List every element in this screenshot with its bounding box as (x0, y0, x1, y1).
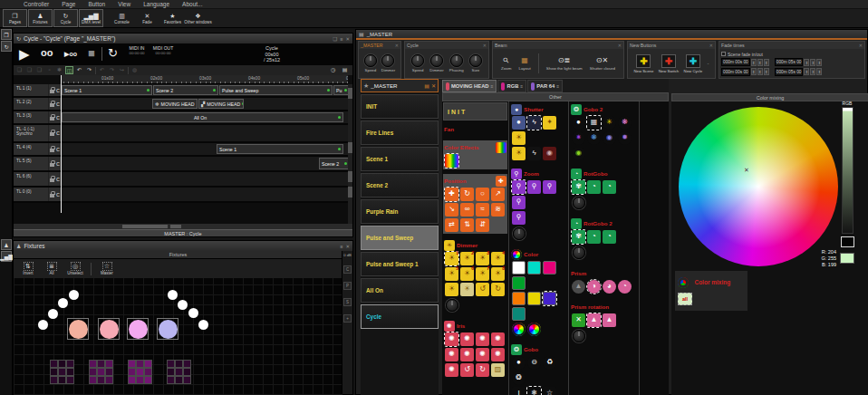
fixtures-window-titlebar[interactable]: ♟ Fixtures ≡✕ (14, 241, 352, 251)
lock-icon[interactable] (50, 163, 54, 167)
menu-icon[interactable]: ≡ (340, 36, 342, 42)
preset-icon[interactable]: ↺ (476, 283, 489, 296)
button-cycle[interactable]: Cycle (361, 304, 439, 329)
fixture-matrix[interactable] (128, 360, 152, 384)
clip[interactable]: Scene 1 (217, 144, 343, 154)
matrix-cell[interactable] (144, 368, 152, 376)
preset-icon[interactable]: ▨ (491, 363, 505, 377)
matrix-cell[interactable] (175, 368, 183, 376)
new-switch-button[interactable]: ✚New Switch (659, 54, 679, 73)
fixture-selected[interactable] (98, 318, 120, 340)
button-fire-lines[interactable]: Fire Lines (361, 120, 439, 145)
restore-icon[interactable]: ❏ (333, 36, 337, 42)
dropdown-dash[interactable]: - (708, 61, 709, 66)
matrix-cell[interactable] (58, 360, 66, 368)
lock-icon[interactable] (50, 194, 54, 198)
matrix-cell[interactable] (183, 360, 191, 368)
preset-icon[interactable]: ◉ (543, 147, 556, 160)
matrix-cell[interactable] (128, 368, 136, 376)
spinner-icon[interactable]: ⇕ (764, 68, 769, 75)
preset-icon[interactable]: ✾ (572, 230, 585, 244)
track-lane[interactable] (61, 172, 352, 186)
fixture-dot[interactable] (188, 308, 198, 318)
preset-icon[interactable]: ↻ (476, 363, 489, 377)
checkbox-icon[interactable] (721, 52, 726, 56)
track-lane[interactable]: Scene 1Scene 2Pulse and SweepPu (61, 84, 352, 96)
clip[interactable]: Pulse and Sweep (219, 85, 333, 95)
fixture-matrix[interactable] (89, 360, 113, 384)
menu-icon[interactable]: ≡ (340, 244, 342, 249)
tab-rgb[interactable]: RGB≡ (497, 80, 526, 92)
group-knob[interactable] (446, 299, 458, 312)
preset-icon[interactable]: ✺ (491, 348, 505, 361)
spinner-icon[interactable]: ⇕ (751, 59, 757, 66)
preset-icon[interactable]: ☀ (512, 147, 526, 160)
button-scene-2[interactable]: Scene 2 (361, 173, 439, 198)
lock-icon[interactable] (50, 103, 54, 107)
preset-icon[interactable]: ❋ (618, 116, 632, 130)
matrix-cell[interactable] (136, 368, 144, 376)
knob-dial[interactable] (411, 54, 424, 67)
track-lane[interactable] (61, 188, 352, 201)
preset-icon[interactable]: ◔ (603, 180, 616, 194)
compress-icon[interactable]: C (56, 101, 60, 107)
group-knob[interactable] (573, 246, 585, 259)
matrix-cell[interactable] (89, 368, 97, 376)
matrix-cell[interactable] (66, 360, 74, 368)
preset-icon[interactable]: ⊖ (527, 356, 541, 370)
button-purple-rain[interactable]: Purple Rain (361, 199, 439, 224)
side-button-c[interactable]: C (343, 265, 352, 274)
group-label[interactable]: Dimmer (457, 242, 477, 248)
preset-icon[interactable]: ▲ (572, 280, 585, 294)
preset-icon[interactable]: ♻ (543, 356, 556, 370)
preset-icon[interactable]: ϟ (527, 147, 541, 160)
button-all-on[interactable]: All On (361, 278, 439, 303)
matrix-cell[interactable] (66, 376, 74, 384)
close-icon[interactable]: ✕ (483, 43, 487, 48)
button-pulse-and-sweep-1[interactable]: Pulse and Sweep 1 (361, 252, 439, 276)
lock-icon[interactable] (50, 132, 54, 136)
preset-icon[interactable]: ∞ (460, 203, 474, 217)
play-button[interactable]: ▶ (19, 46, 30, 63)
spinner-icon[interactable]: ⇕ (764, 59, 769, 66)
preset-icon[interactable]: ↘ (445, 203, 458, 217)
preset-icon[interactable]: ◉ (572, 147, 585, 160)
matrix-cell[interactable] (175, 360, 183, 368)
toolbar-other-windows[interactable]: ❖Other windows (186, 9, 210, 27)
dock-pages-icon[interactable]: ❐ (1, 29, 12, 40)
matrix-cell[interactable] (89, 376, 97, 384)
preset-icon[interactable]: ☀6 (460, 267, 474, 281)
preset-icon[interactable]: ✳ (603, 116, 616, 130)
scroll-thumb[interactable] (348, 171, 352, 182)
mini-tool-icon[interactable]: ▤ (341, 66, 349, 74)
fixture-selected[interactable] (127, 318, 149, 340)
group-knob[interactable] (573, 197, 585, 209)
preset-icon[interactable]: ☀3 (476, 252, 489, 265)
fixture-dot[interactable] (178, 300, 188, 310)
group-label[interactable]: Prism (571, 270, 586, 276)
toolbar-fade[interactable]: ✕Fade (135, 9, 159, 27)
menu-language[interactable]: Language (143, 1, 169, 7)
mini-tool-icon[interactable]: ↷ (108, 66, 116, 74)
fade-time-field[interactable]: 000m 00s 00⇕⇕⇕ (721, 58, 769, 66)
record-reels-button[interactable]: oo (41, 47, 53, 58)
group-label[interactable]: Color Effects (444, 144, 479, 150)
fixtures-master-button[interactable]: ☆Master (96, 260, 118, 277)
toolbar-pages[interactable]: ❐Pages (3, 9, 27, 27)
compress-icon[interactable]: C (56, 192, 60, 198)
dock-cycle-icon[interactable]: ↻ (1, 41, 12, 52)
page-close-icon[interactable]: ✕ (431, 82, 436, 89)
scroll-thumb[interactable] (348, 88, 352, 99)
knob-dial[interactable] (450, 54, 463, 67)
matrix-cell[interactable] (183, 376, 191, 384)
side-button-s[interactable]: S (343, 298, 352, 306)
matrix-cell[interactable] (105, 376, 113, 384)
group-label[interactable]: Color (524, 251, 538, 257)
fixture-matrix[interactable] (167, 360, 191, 384)
time-value[interactable]: 000m 05s 00 (775, 68, 804, 76)
all-button[interactable]: all (678, 293, 692, 305)
button-scene-1[interactable]: Scene 1 (361, 147, 439, 171)
compress-icon[interactable]: C (56, 115, 60, 120)
color-wheel[interactable]: ✕ (679, 107, 838, 266)
preset-icon[interactable]: ✺ (445, 363, 458, 377)
